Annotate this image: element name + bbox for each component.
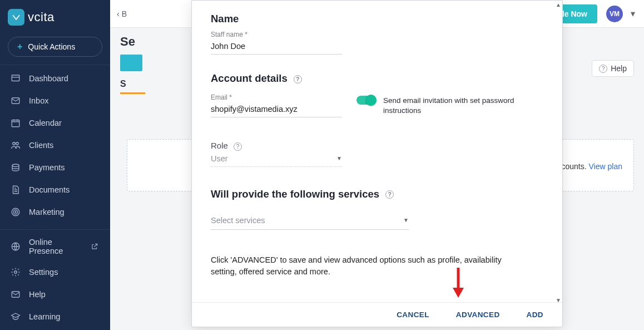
cancel-button[interactable]: CANCEL [397, 311, 429, 319]
dashboard-icon [10, 73, 21, 84]
staff-name-input[interactable] [211, 38, 342, 55]
logo: vcita [0, 0, 110, 31]
advanced-hint: Click 'ADVANCED' to save and view advanc… [211, 254, 511, 278]
sidebar-item-calendar[interactable]: Calendar [0, 112, 110, 134]
sidebar-item-label: Marketing [29, 208, 65, 216]
quick-actions-button[interactable]: + Quick Actions [8, 37, 102, 57]
sidebar-item-label: Clients [29, 141, 53, 150]
nav-primary: Dashboard Inbox Calendar Clients Payment… [0, 65, 110, 225]
send-invite-toggle[interactable] [356, 96, 375, 105]
email-label: Email * [211, 93, 342, 101]
sidebar-item-settings[interactable]: Settings [0, 261, 110, 283]
sidebar-item-payments[interactable]: Payments [0, 156, 110, 179]
role-select[interactable]: User ▼ [211, 151, 342, 167]
sidebar-item-inbox[interactable]: Inbox [0, 90, 110, 112]
logo-mark-icon [8, 9, 24, 26]
staff-name-label: Staff name * [211, 31, 543, 38]
sidebar-item-online-presence[interactable]: Online Presence [0, 232, 110, 261]
documents-icon [10, 184, 21, 195]
send-invite-label: Send email invitation with set password … [383, 96, 522, 116]
sidebar-item-label: Inbox [29, 96, 48, 105]
scroll-up-icon[interactable]: ▲ [556, 2, 561, 8]
svg-rect-0 [12, 75, 19, 81]
sidebar-item-learning[interactable]: Learning [0, 306, 110, 328]
account-title-text: Account details [211, 72, 288, 84]
sidebar-item-label: Calendar [29, 119, 62, 127]
sidebar-item-label: Online Presence [29, 238, 81, 255]
sidebar-item-documents[interactable]: Documents [0, 179, 110, 201]
main: ‹ B Upgrade Now VM ▾ ? Help Se S n e usi… [110, 0, 644, 330]
services-placeholder: Select services [211, 216, 265, 225]
gear-icon [10, 267, 21, 278]
sidebar-item-label: Dashboard [29, 74, 68, 83]
add-button[interactable]: ADD [527, 311, 543, 319]
role-title-text: Role [211, 141, 228, 150]
clients-icon [10, 140, 21, 151]
services-title-text: Will provide the following services [211, 188, 379, 200]
question-icon[interactable]: ? [234, 142, 242, 151]
learning-icon [10, 311, 21, 322]
svg-point-5 [12, 164, 19, 167]
modal-overlay: ▲ ▼ Name Staff name * Account details ? … [110, 0, 644, 330]
sidebar-item-label: Payments [29, 163, 65, 172]
section-name-title: Name [211, 13, 543, 25]
svg-point-10 [14, 271, 17, 274]
help-icon [10, 289, 21, 300]
modal-body: Name Staff name * Account details ? Emai… [192, 1, 562, 302]
add-staff-modal: ▲ ▼ Name Staff name * Account details ? … [191, 0, 563, 327]
svg-point-6 [12, 208, 19, 216]
svg-point-4 [16, 142, 19, 145]
advanced-button[interactable]: ADVANCED [456, 311, 500, 319]
logo-text: vcita [28, 10, 55, 24]
email-input[interactable] [211, 101, 342, 117]
section-account-title: Account details ? [211, 72, 543, 85]
svg-point-3 [13, 142, 16, 145]
quick-actions-label: Quick Actions [28, 42, 75, 51]
sidebar-item-label: Settings [29, 268, 58, 277]
svg-rect-2 [12, 120, 19, 127]
marketing-icon [10, 206, 21, 218]
question-icon[interactable]: ? [385, 190, 394, 199]
nav-secondary: Online Presence Settings Help Learning [0, 229, 110, 330]
sidebar-item-label: Learning [29, 312, 60, 321]
sidebar-item-dashboard[interactable]: Dashboard [0, 67, 110, 90]
sidebar: vcita + Quick Actions Dashboard Inbox Ca… [0, 0, 110, 330]
inbox-icon [10, 95, 21, 106]
globe-icon [10, 241, 21, 252]
svg-point-7 [13, 210, 18, 214]
chevron-down-icon: ▼ [336, 155, 342, 161]
role-value: User [211, 154, 228, 163]
chevron-down-icon: ▼ [403, 217, 409, 223]
services-select[interactable]: Select services ▼ [211, 210, 409, 230]
payments-icon [10, 162, 21, 173]
external-link-icon [89, 241, 100, 252]
sidebar-item-help[interactable]: Help [0, 283, 110, 306]
section-services-title: Will provide the following services ? [211, 188, 543, 200]
sidebar-item-marketing[interactable]: Marketing [0, 201, 110, 223]
modal-footer: CANCEL ADVANCED ADD [192, 302, 562, 327]
calendar-icon [10, 117, 21, 129]
sidebar-item-clients[interactable]: Clients [0, 134, 110, 156]
section-role-title: Role ? [211, 141, 543, 151]
plus-icon: + [17, 42, 22, 52]
question-icon[interactable]: ? [294, 75, 302, 83]
sidebar-item-label: Help [29, 290, 46, 299]
svg-point-8 [15, 211, 16, 213]
sidebar-item-label: Documents [29, 185, 70, 194]
scroll-down-icon[interactable]: ▼ [556, 297, 561, 303]
